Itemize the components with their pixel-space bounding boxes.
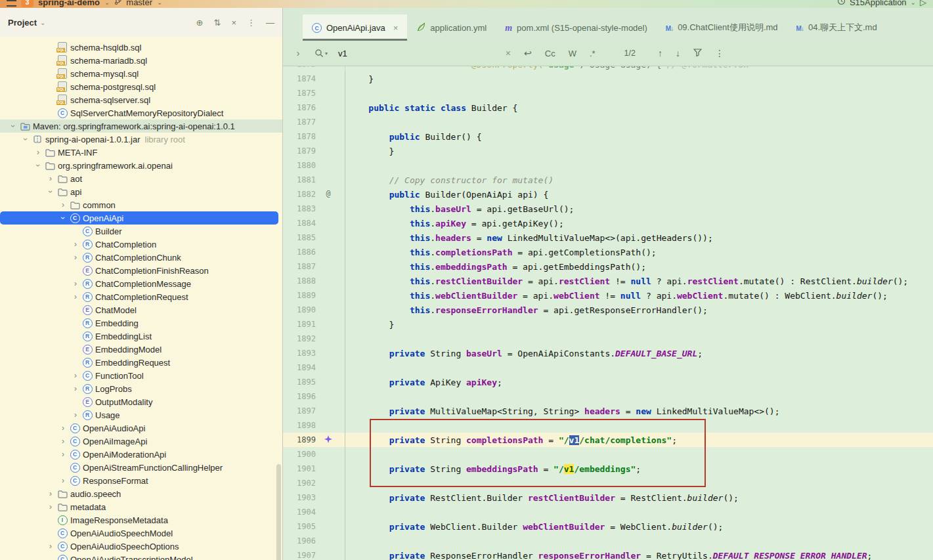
chevron-right-icon[interactable]: › bbox=[70, 280, 81, 288]
code-line-1900[interactable]: 1900 bbox=[283, 447, 933, 462]
filter-icon[interactable] bbox=[693, 48, 702, 58]
tree-item-schema-mysql-sql[interactable]: SQLschema-mysql.sql bbox=[0, 67, 282, 80]
tree-item-openaiaudioapi[interactable]: ›COpenAiAudioApi bbox=[0, 421, 282, 435]
code-line-1880[interactable]: 1880 bbox=[283, 158, 933, 173]
code-line-1898[interactable]: 1898 bbox=[283, 418, 933, 433]
next-match-icon[interactable]: ↓ bbox=[676, 48, 680, 58]
tab-application-yml[interactable]: application.yml bbox=[407, 14, 496, 41]
tree-item-schema-postgresql-sql[interactable]: SQLschema-postgresql.sql bbox=[0, 80, 282, 93]
tree-item-common[interactable]: ›common bbox=[0, 198, 282, 211]
tree-item-chatcompletionchunk[interactable]: ›RChatCompletionChunk bbox=[0, 251, 282, 264]
more-options-icon[interactable]: ⋮ bbox=[247, 18, 255, 28]
tree-item-org-springframework-ai-openai[interactable]: ›org.springframework.ai.openai bbox=[0, 159, 282, 172]
code-line-1894[interactable]: 1894 bbox=[283, 360, 933, 375]
code-line-1905[interactable]: 1905 private WebClient.Builder webClient… bbox=[283, 519, 933, 534]
search-more-options-icon[interactable]: ⋮ bbox=[715, 48, 724, 58]
chevron-right-icon[interactable]: › bbox=[58, 201, 68, 209]
expand-collapse-icon[interactable]: ⇅ bbox=[214, 18, 221, 28]
chevron-right-icon[interactable]: › bbox=[45, 542, 56, 550]
chevron-down-icon[interactable]: › bbox=[20, 135, 31, 143]
project-widget-chevron-icon[interactable]: ⌄ bbox=[104, 0, 110, 6]
code-line-1883[interactable]: 1883 this.baseUrl = api.getBaseUrl(); bbox=[283, 202, 933, 216]
collapse-all-icon[interactable]: × bbox=[231, 18, 236, 28]
code-line-1886[interactable]: 1886 this.completionsPath = api.getCompl… bbox=[283, 245, 933, 259]
chevron-right-icon[interactable]: › bbox=[45, 490, 56, 498]
tree-item-schema-mariadb-sql[interactable]: SQLschema-mariadb.sql bbox=[0, 54, 282, 67]
code-line-1889[interactable]: 1889 this.webClientBuilder = api.webClie… bbox=[283, 288, 933, 303]
project-scrollbar[interactable] bbox=[276, 464, 281, 560]
tree-item-openaiimageapi[interactable]: ›COpenAiImageApi bbox=[0, 435, 282, 448]
chevron-right-icon[interactable]: › bbox=[58, 437, 68, 445]
tree-item-logprobs[interactable]: ›RLogProbs bbox=[0, 382, 282, 395]
expand-search-icon[interactable]: › bbox=[290, 48, 307, 58]
regex-toggle[interactable]: .* bbox=[590, 49, 596, 58]
code-line-1890[interactable]: 1890 this.responseErrorHandler = api.get… bbox=[283, 303, 933, 317]
tree-item-embeddingmodel[interactable]: EEmbeddingModel bbox=[0, 343, 282, 356]
tree-item-embeddingrequest[interactable]: REmbeddingRequest bbox=[0, 356, 282, 369]
code-line-1891[interactable]: 1891 } bbox=[283, 317, 933, 332]
chevron-right-icon[interactable]: › bbox=[58, 477, 68, 485]
tab-pom-xml-s15-openai-style-model[interactable]: mpom.xml (S15-openai-style-model) bbox=[496, 14, 657, 41]
chevron-down-icon[interactable]: › bbox=[45, 188, 56, 196]
code-line-1873[interactable]: 1873 @JsonProperty("usage") Usage usage)… bbox=[283, 66, 933, 72]
run-button[interactable]: ▷ bbox=[920, 0, 926, 7]
git-branch-widget[interactable]: master bbox=[126, 0, 152, 7]
locate-file-icon[interactable]: ⊕ bbox=[196, 18, 204, 28]
chevron-right-icon[interactable]: › bbox=[45, 503, 56, 511]
code-line-1874[interactable]: 1874 } bbox=[283, 72, 933, 86]
code-line-1903[interactable]: 1903 private RestClient.Builder restClie… bbox=[283, 490, 933, 505]
chevron-right-icon[interactable]: › bbox=[45, 175, 56, 183]
run-config-chevron-icon[interactable]: ⌄ bbox=[911, 0, 916, 6]
chevron-right-icon[interactable]: › bbox=[70, 293, 81, 301]
tree-item-audio-speech[interactable]: ›audio.speech bbox=[0, 487, 282, 500]
code-line-1875[interactable]: 1875 bbox=[283, 86, 933, 100]
tree-item-schema-hsqldb-sql[interactable]: SQLschema-hsqldb.sql bbox=[0, 41, 282, 54]
tree-item-builder[interactable]: CBuilder bbox=[0, 225, 282, 238]
code-line-1895[interactable]: 1895 private ApiKey apiKey; bbox=[283, 375, 933, 389]
project-view-chevron-icon[interactable]: ⌄ bbox=[40, 19, 45, 26]
chevron-down-icon[interactable]: › bbox=[8, 122, 18, 130]
code-line-1892[interactable]: 1892 bbox=[283, 332, 933, 346]
code-line-1885[interactable]: 1885 this.headers = new LinkedMultiValue… bbox=[283, 230, 933, 245]
tree-item-responseformat[interactable]: ›CResponseFormat bbox=[0, 474, 282, 487]
tree-item-metadata[interactable]: ›metadata bbox=[0, 500, 282, 513]
search-input[interactable]: v1 bbox=[338, 49, 347, 58]
tree-item-maven-org-springframework-ai-spring-ai-o[interactable]: ›Maven: org.springframework.ai:spring-ai… bbox=[0, 119, 282, 133]
chevron-right-icon[interactable]: › bbox=[70, 253, 81, 261]
code-line-1888[interactable]: 1888 this.restClientBuilder = api.restCl… bbox=[283, 274, 933, 288]
tab-openaiapi-java[interactable]: COpenAiApi.java× bbox=[303, 14, 407, 41]
tree-item-meta-inf[interactable]: ›META-INF bbox=[0, 146, 282, 159]
code-line-1879[interactable]: 1879 } bbox=[283, 144, 933, 158]
code-viewport[interactable]: 1873 @JsonProperty("usage") Usage usage)… bbox=[283, 66, 933, 560]
code-line-1884[interactable]: 1884 this.apiKey = api.getApiKey(); bbox=[283, 216, 933, 230]
chevron-right-icon[interactable]: › bbox=[70, 240, 81, 248]
project-icon-badge[interactable]: 3 bbox=[21, 0, 33, 7]
tab-09-chatclient-md[interactable]: M↓09.ChatClient使用说明.md bbox=[657, 14, 787, 41]
chevron-right-icon[interactable]: › bbox=[70, 411, 81, 419]
tree-item-openaiapi[interactable]: ›COpenAiApi bbox=[0, 211, 278, 225]
tree-item-outputmodality[interactable]: EOutputModality bbox=[0, 395, 282, 408]
tree-item-aot[interactable]: ›aot bbox=[0, 172, 282, 185]
search-options-caret-icon[interactable]: ▾ bbox=[325, 51, 328, 56]
tree-item-openaiaudiospeechmodel[interactable]: COpenAiAudioSpeechModel bbox=[0, 527, 282, 540]
close-tab-icon[interactable]: × bbox=[393, 23, 399, 33]
tree-item-functiontool[interactable]: ›CFunctionTool bbox=[0, 369, 282, 382]
code-line-1887[interactable]: 1887 this.embeddingsPath = api.getEmbedd… bbox=[283, 259, 933, 274]
code-line-1882[interactable]: 1882@ public Builder(OpenAiApi api) { bbox=[283, 187, 933, 202]
newline-icon[interactable]: ↩ bbox=[524, 48, 532, 58]
chevron-right-icon[interactable]: › bbox=[33, 148, 43, 156]
tree-item-openaistreamfunctioncallinghelper[interactable]: COpenAiStreamFunctionCallingHelper bbox=[0, 461, 282, 474]
chevron-right-icon[interactable]: › bbox=[58, 450, 68, 458]
code-line-1901[interactable]: 1901 private String embeddingsPath = "/v… bbox=[283, 462, 933, 476]
tree-item-chatcompletionfinishreason[interactable]: EChatCompletionFinishReason bbox=[0, 264, 282, 277]
search-icon[interactable]: ▾ bbox=[315, 49, 328, 58]
tree-item-sqlserverchatmemoryrepositorydialect[interactable]: CSqlServerChatMemoryRepositoryDialect bbox=[0, 106, 282, 119]
tree-item-openaiaudiospeechoptions[interactable]: ›COpenAiAudioSpeechOptions bbox=[0, 540, 282, 553]
code-line-1904[interactable]: 1904 bbox=[283, 505, 933, 519]
chevron-right-icon[interactable]: › bbox=[70, 385, 81, 393]
chevron-right-icon[interactable]: › bbox=[70, 372, 81, 379]
code-line-1896[interactable]: 1896 bbox=[283, 389, 933, 404]
ai-assistant-icon[interactable] bbox=[321, 435, 336, 445]
tree-item-openaimoderationapi[interactable]: ›COpenAiModerationApi bbox=[0, 448, 282, 461]
project-panel-title[interactable]: Project bbox=[8, 18, 37, 28]
